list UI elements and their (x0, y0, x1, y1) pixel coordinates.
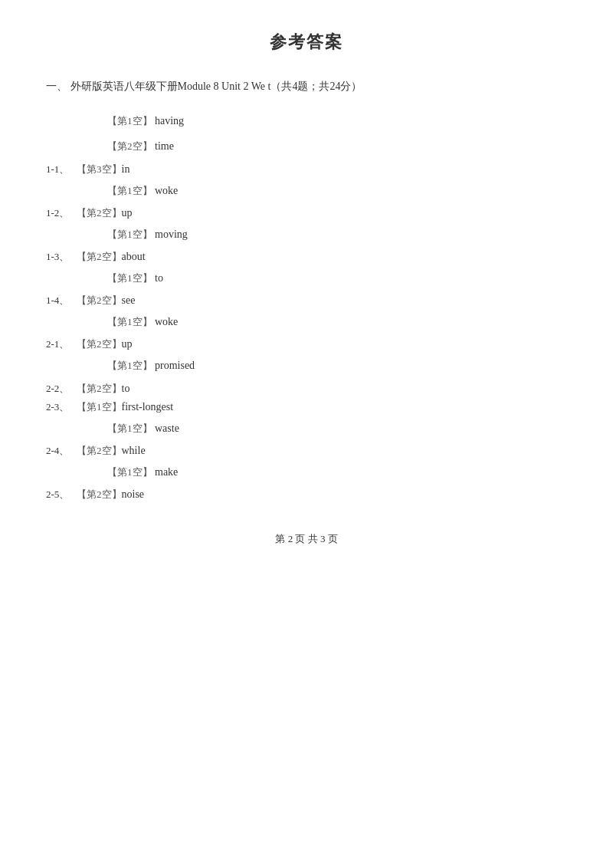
question-num: 2-2、 (46, 382, 77, 396)
question-group-2-4: 2-4、 【第2空】 while 【第1空】 make (46, 444, 567, 482)
answer-text: make (155, 466, 178, 478)
answer-text: in (122, 163, 130, 176)
question-row-1-1: 1-1、 【第3空】 in (46, 163, 567, 176)
answer-text: moving (155, 229, 188, 240)
question-group-1-4: 1-4、 【第2空】 see 【第1空】 woke (46, 294, 567, 331)
indented-answer: 【第1空】 woke (107, 312, 567, 331)
question-group-1-2: 1-2、 【第2空】 up 【第1空】 moving (46, 206, 567, 244)
answer-text: promised (155, 360, 195, 371)
question-row-1-4: 1-4、 【第2空】 see (46, 294, 567, 307)
indented-answer: 【第1空】 waste (107, 419, 567, 438)
indented-answer: 【第1空】 make (107, 462, 567, 482)
question-num: 2-3、 (46, 400, 77, 414)
bracket-label: 【第2空】 (77, 337, 122, 351)
question-row-2-5: 2-5、 【第2空】 noise (46, 488, 567, 501)
section-header: 一、 外研版英语八年级下册Module 8 Unit 2 We t（共4题；共2… (46, 77, 567, 96)
bracket-label: 【第1空】 (107, 115, 152, 127)
answer-group-intro: 【第1空】 having 【第2空】 time (46, 111, 567, 156)
question-row-1-2: 1-2、 【第2空】 up (46, 206, 567, 220)
question-group-2-3: 2-3、 【第1空】 first-longest 【第1空】 waste (46, 400, 567, 438)
question-num: 1-3、 (46, 250, 77, 264)
bracket-label: 【第1空】 (107, 272, 152, 284)
answer-text: time (155, 140, 174, 152)
question-row-2-4: 2-4、 【第2空】 while (46, 444, 567, 458)
bracket-label: 【第1空】 (107, 185, 152, 196)
bracket-label: 【第1空】 (107, 360, 152, 371)
answer-text: first-longest (122, 401, 174, 413)
question-row-2-2: 2-2、 【第2空】 to (46, 382, 567, 396)
page-footer: 第 2 页 共 3 页 (46, 532, 567, 546)
indented-answer: 【第1空】 woke (107, 181, 567, 200)
answer-text: noise (122, 488, 145, 501)
indented-answer: 【第1空】 to (107, 268, 567, 288)
question-row-2-3: 2-3、 【第1空】 first-longest (46, 400, 567, 414)
bracket-label: 【第1空】 (107, 422, 152, 434)
answer-text: woke (155, 316, 178, 327)
question-group-1-3: 1-3、 【第2空】 about 【第1空】 to (46, 250, 567, 288)
answer-text: having (155, 115, 184, 127)
bracket-label: 【第1空】 (107, 316, 152, 327)
bracket-label: 【第2空】 (77, 488, 122, 501)
answer-text: up (122, 338, 133, 350)
answer-text: see (122, 294, 136, 307)
bracket-label: 【第2空】 (77, 250, 122, 264)
answer-text: about (122, 251, 146, 263)
question-num: 1-1、 (46, 163, 77, 176)
answer-row: 【第2空】 time (107, 136, 567, 156)
bracket-label: 【第1空】 (77, 400, 122, 414)
question-group-2-2: 2-2、 【第2空】 to (46, 382, 567, 396)
answer-text: woke (155, 185, 178, 196)
bracket-label: 【第2空】 (77, 382, 122, 396)
question-num: 2-1、 (46, 337, 77, 351)
question-num: 1-4、 (46, 294, 77, 307)
page-title: 参考答案 (46, 31, 567, 54)
bracket-label: 【第1空】 (107, 466, 152, 478)
indented-answer: 【第1空】 promised (107, 356, 567, 375)
question-group-1-1: 1-1、 【第3空】 in 【第1空】 woke (46, 163, 567, 200)
question-num: 2-4、 (46, 444, 77, 458)
bracket-label: 【第2空】 (77, 294, 122, 307)
question-row-2-1: 2-1、 【第2空】 up (46, 337, 567, 351)
answer-text: to (122, 383, 130, 395)
question-group-2-5: 2-5、 【第2空】 noise (46, 488, 567, 501)
bracket-label: 【第2空】 (77, 206, 122, 220)
question-group-2-1: 2-1、 【第2空】 up 【第1空】 promised (46, 337, 567, 375)
answer-text: waste (155, 422, 179, 434)
indented-answer: 【第1空】 moving (107, 225, 567, 244)
bracket-label: 【第1空】 (107, 229, 152, 240)
answer-row: 【第1空】 having (107, 111, 567, 130)
bracket-label: 【第2空】 (77, 444, 122, 458)
section-description: 外研版英语八年级下册Module 8 Unit 2 We t（共4题；共24分） (70, 81, 362, 92)
answer-text: up (122, 207, 133, 219)
answer-text: while (122, 445, 146, 457)
bracket-label: 【第2空】 (107, 140, 152, 152)
question-num: 1-2、 (46, 206, 77, 220)
question-num: 2-5、 (46, 488, 77, 501)
section-prefix: 一、 (46, 81, 67, 92)
bracket-label: 【第3空】 (77, 163, 122, 176)
answer-text: to (155, 272, 163, 284)
question-row-1-3: 1-3、 【第2空】 about (46, 250, 567, 264)
